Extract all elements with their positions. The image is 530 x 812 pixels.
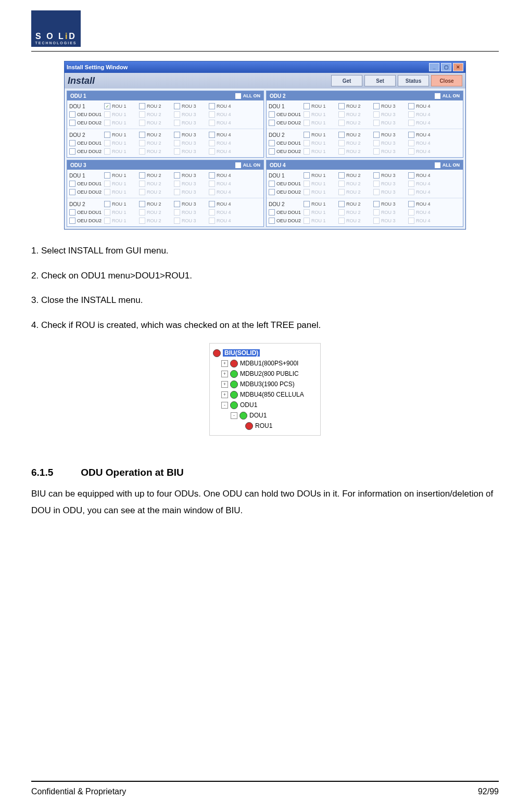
checkbox-icon[interactable]: [139, 218, 145, 224]
checkbox-icon[interactable]: [174, 209, 180, 215]
rou-cell[interactable]: ROU 4: [408, 140, 440, 146]
rou-cell[interactable]: ROU 2: [338, 132, 371, 138]
rou-cell[interactable]: ROU 2: [139, 148, 171, 155]
rou-cell[interactable]: ROU 4: [408, 189, 440, 195]
rou-cell[interactable]: ROU 1: [304, 140, 336, 146]
rou-cell[interactable]: ROU 1: [104, 120, 136, 126]
maximize-icon[interactable]: ▢: [441, 63, 451, 71]
checkbox-icon[interactable]: [209, 140, 215, 146]
rou-cell[interactable]: ROU 4: [408, 148, 440, 155]
checkbox-icon[interactable]: [338, 140, 345, 146]
rou-cell[interactable]: ROU 2: [338, 103, 371, 109]
window-titlebar[interactable]: Install Setting Window _ ▢ ✕: [65, 61, 465, 73]
set-button[interactable]: Set: [364, 75, 396, 86]
checkbox-icon[interactable]: [373, 140, 380, 146]
rou-cell[interactable]: ROU 1: [104, 148, 136, 155]
rou-cell[interactable]: ROU 4: [408, 181, 440, 187]
expander-icon[interactable]: +: [221, 391, 228, 398]
rou-cell[interactable]: ROU 4: [408, 132, 440, 138]
rou-cell[interactable]: ROU 2: [139, 201, 171, 207]
checkbox-icon[interactable]: [139, 148, 145, 155]
rou-cell[interactable]: ROU 4: [209, 140, 241, 146]
checkbox-icon[interactable]: [408, 201, 414, 207]
rou-cell[interactable]: ROU 3: [373, 181, 406, 187]
checkbox-icon[interactable]: [304, 140, 310, 146]
rou-cell[interactable]: ROU 2: [338, 111, 371, 118]
checkbox-icon[interactable]: [104, 189, 110, 195]
checkbox-icon[interactable]: [139, 140, 145, 146]
rou-cell[interactable]: ROU 2: [139, 103, 171, 109]
checkbox-icon[interactable]: [408, 218, 414, 224]
checkbox-icon[interactable]: [174, 218, 180, 224]
rou-cell[interactable]: ROU 2: [338, 218, 371, 224]
checkbox-icon[interactable]: [269, 120, 275, 126]
checkbox-icon[interactable]: [304, 181, 310, 187]
checkbox-icon[interactable]: [69, 120, 75, 126]
checkbox-icon[interactable]: [104, 148, 110, 155]
checkbox-icon[interactable]: [408, 181, 414, 187]
checkbox-icon[interactable]: [139, 120, 145, 126]
rou-cell[interactable]: ROU 4: [209, 120, 241, 126]
rou-cell[interactable]: ROU 4: [209, 201, 241, 207]
checkbox-icon[interactable]: [304, 148, 310, 155]
rou-cell[interactable]: ROU 3: [373, 111, 406, 118]
checkbox-icon[interactable]: [104, 181, 110, 187]
checkbox-icon[interactable]: [104, 111, 110, 118]
checkbox-icon[interactable]: [174, 103, 180, 109]
minimize-icon[interactable]: _: [429, 63, 439, 71]
checkbox-icon[interactable]: [269, 140, 275, 146]
rou-cell[interactable]: ROU 2: [139, 111, 171, 118]
rou-cell[interactable]: ROU 3: [174, 140, 206, 146]
checkbox-icon[interactable]: [304, 218, 310, 224]
rou-cell[interactable]: ROU 4: [408, 218, 440, 224]
all-on[interactable]: ALL ON: [235, 162, 260, 168]
checkbox-icon[interactable]: [338, 181, 345, 187]
rou-cell[interactable]: ROU 3: [174, 201, 206, 207]
rou-cell[interactable]: ROU 3: [373, 209, 406, 215]
rou-cell[interactable]: ROU 4: [209, 111, 241, 118]
expander-icon[interactable]: -: [221, 402, 228, 409]
checkbox-icon[interactable]: [373, 209, 380, 215]
checkbox-icon[interactable]: [408, 172, 414, 179]
checkbox-icon[interactable]: [69, 148, 75, 155]
checkbox-icon[interactable]: [269, 189, 275, 195]
checkbox-icon[interactable]: [373, 120, 380, 126]
all-on[interactable]: ALL ON: [235, 93, 260, 99]
checkbox-icon[interactable]: [435, 162, 440, 168]
rou-cell[interactable]: ROU 1: [304, 148, 336, 155]
checkbox-icon[interactable]: [69, 111, 75, 118]
get-button[interactable]: Get: [331, 75, 362, 86]
checkbox-icon[interactable]: [338, 201, 345, 207]
rou-cell[interactable]: ROU 1: [104, 132, 136, 138]
rou-cell[interactable]: ROU 4: [408, 201, 440, 207]
checkbox-icon[interactable]: [69, 140, 75, 146]
checkbox-icon[interactable]: [408, 140, 414, 146]
rou-cell[interactable]: ROU 4: [408, 172, 440, 179]
checkbox-icon[interactable]: [139, 181, 145, 187]
checkbox-icon[interactable]: [174, 132, 180, 138]
checkbox-icon[interactable]: [139, 103, 145, 109]
rou-cell[interactable]: ROU 4: [408, 111, 440, 118]
expander-icon[interactable]: +: [221, 371, 228, 377]
checkbox-icon[interactable]: [338, 209, 345, 215]
expander-icon[interactable]: +: [221, 360, 228, 367]
rou-cell[interactable]: ROU 4: [209, 172, 241, 179]
rou-cell[interactable]: ROU 1: [104, 189, 136, 195]
rou-cell[interactable]: ROU 1: [304, 132, 336, 138]
rou-cell[interactable]: ROU 2: [139, 132, 171, 138]
rou-cell[interactable]: ROU 2: [338, 148, 371, 155]
tree-root[interactable]: BIU(SOLID): [213, 348, 317, 358]
checkbox-icon[interactable]: [174, 120, 180, 126]
rou-cell[interactable]: ROU 4: [408, 103, 440, 109]
rou-cell[interactable]: ROU 1: [104, 172, 136, 179]
checkbox-icon[interactable]: [174, 189, 180, 195]
status-button[interactable]: Status: [398, 75, 429, 86]
checkbox-icon[interactable]: [139, 172, 145, 179]
checkbox-icon[interactable]: [104, 103, 110, 109]
checkbox-icon[interactable]: [373, 172, 380, 179]
rou-cell[interactable]: ROU 1: [104, 140, 136, 146]
checkbox-icon[interactable]: [235, 93, 241, 99]
checkbox-icon[interactable]: [304, 172, 310, 179]
close-icon[interactable]: ✕: [453, 63, 463, 71]
rou-cell[interactable]: ROU 2: [139, 172, 171, 179]
